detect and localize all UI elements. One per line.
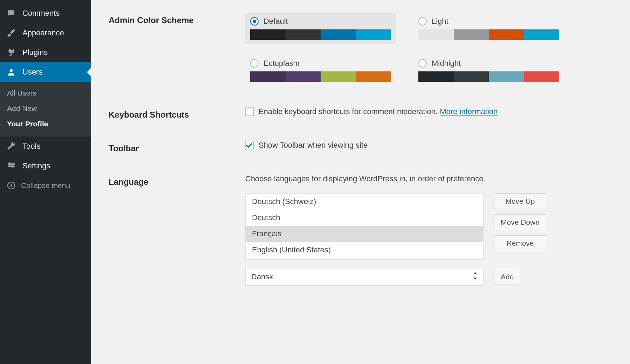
admin-sidebar: Comments Appearance Plugins Users All Us… bbox=[0, 0, 91, 364]
row-language: Language Choose languages for displaying… bbox=[109, 174, 612, 286]
svg-rect-4 bbox=[12, 165, 13, 168]
keyboard-shortcuts-checkbox[interactable] bbox=[245, 107, 254, 116]
sidebar-item-label: Users bbox=[22, 68, 42, 77]
swatch bbox=[356, 71, 391, 82]
sidebar-item-users[interactable]: Users bbox=[0, 62, 91, 82]
add-button[interactable]: Add bbox=[494, 269, 520, 285]
sidebar-item-settings[interactable]: Settings bbox=[0, 156, 91, 176]
radio-default[interactable] bbox=[250, 17, 259, 26]
wrench-icon bbox=[6, 141, 16, 151]
color-scheme-label: Admin Color Scheme bbox=[109, 13, 245, 25]
swatch bbox=[286, 29, 321, 40]
swatch bbox=[321, 71, 356, 82]
sidebar-item-tools[interactable]: Tools bbox=[0, 136, 91, 156]
sidebar-item-label: Plugins bbox=[22, 48, 48, 57]
swatch bbox=[250, 71, 286, 82]
swatch bbox=[418, 71, 454, 82]
row-color-scheme: Admin Color Scheme Default bbox=[109, 13, 612, 86]
comment-icon bbox=[6, 8, 16, 18]
more-information-link[interactable]: More information bbox=[440, 107, 498, 116]
sidebar-sub-all-users[interactable]: All Users bbox=[0, 85, 91, 101]
sidebar-item-label: Appearance bbox=[22, 28, 64, 37]
sidebar-item-label: Settings bbox=[22, 161, 50, 170]
collapse-icon bbox=[6, 181, 16, 190]
language-help-text: Choose languages for displaying WordPres… bbox=[245, 174, 612, 183]
swatches-midnight bbox=[418, 71, 559, 82]
sidebar-sub-your-profile[interactable]: Your Profile bbox=[0, 116, 91, 132]
language-select[interactable]: Dansk bbox=[245, 268, 484, 286]
swatch bbox=[524, 71, 560, 82]
svg-point-0 bbox=[10, 69, 13, 72]
language-listbox[interactable]: Deutsch (Schweiz) Deutsch Français Engli… bbox=[245, 193, 484, 260]
keyboard-shortcuts-desc: Enable keyboard shortcuts for comment mo… bbox=[259, 107, 440, 116]
swatch bbox=[489, 29, 524, 40]
color-scheme-default[interactable]: Default bbox=[245, 13, 396, 44]
swatch bbox=[454, 71, 489, 82]
move-up-button[interactable]: Move Up bbox=[494, 193, 546, 209]
toolbar-checkbox[interactable] bbox=[245, 141, 254, 149]
language-option-en-us[interactable]: English (United States) bbox=[246, 242, 483, 258]
collapse-label: Collapse menu bbox=[21, 181, 70, 190]
sidebar-submenu-users: All Users Add New Your Profile bbox=[0, 82, 91, 136]
swatch bbox=[321, 29, 356, 40]
language-option-de-ch[interactable]: Deutsch (Schweiz) bbox=[246, 194, 483, 210]
swatch bbox=[286, 71, 321, 82]
radio-light[interactable] bbox=[418, 17, 427, 26]
svg-rect-3 bbox=[9, 162, 11, 166]
color-schemes-grid: Default Light bbox=[245, 13, 612, 86]
swatches-light bbox=[418, 29, 559, 40]
user-icon bbox=[6, 67, 16, 77]
color-scheme-ectoplasm[interactable]: Ectoplasm bbox=[245, 55, 396, 86]
scheme-name: Light bbox=[432, 17, 448, 26]
select-arrows-icon bbox=[473, 272, 478, 282]
radio-midnight[interactable] bbox=[418, 59, 427, 68]
language-label: Language bbox=[109, 174, 245, 187]
swatches-ectoplasm bbox=[250, 71, 391, 82]
scheme-name: Midnight bbox=[432, 59, 461, 68]
swatch bbox=[356, 29, 391, 40]
swatch bbox=[524, 29, 560, 40]
sidebar-item-appearance[interactable]: Appearance bbox=[0, 23, 91, 43]
keyboard-shortcuts-text: Enable keyboard shortcuts for comment mo… bbox=[259, 107, 498, 116]
svg-rect-2 bbox=[8, 166, 15, 167]
svg-rect-1 bbox=[8, 163, 15, 164]
row-keyboard-shortcuts: Keyboard Shortcuts Enable keyboard short… bbox=[109, 107, 612, 120]
sidebar-item-plugins[interactable]: Plugins bbox=[0, 43, 91, 62]
language-select-value: Dansk bbox=[251, 272, 273, 281]
toolbar-label: Toolbar bbox=[109, 141, 245, 153]
brush-icon bbox=[6, 28, 16, 38]
color-scheme-light[interactable]: Light bbox=[413, 13, 564, 44]
row-toolbar: Toolbar Show Toolbar when viewing site bbox=[109, 141, 612, 153]
radio-ectoplasm[interactable] bbox=[250, 59, 259, 68]
sidebar-sub-add-new[interactable]: Add New bbox=[0, 101, 91, 116]
keyboard-label: Keyboard Shortcuts bbox=[109, 107, 245, 120]
profile-settings: Admin Color Scheme Default bbox=[91, 0, 630, 364]
swatch bbox=[250, 29, 286, 40]
sidebar-item-label: Tools bbox=[22, 142, 40, 151]
scheme-name: Default bbox=[263, 17, 288, 26]
settings-icon bbox=[6, 161, 16, 171]
plug-icon bbox=[6, 48, 16, 57]
swatch bbox=[418, 29, 454, 40]
scheme-name: Ectoplasm bbox=[263, 59, 300, 68]
sidebar-item-label: Comments bbox=[22, 9, 60, 18]
sidebar-collapse-button[interactable]: Collapse menu bbox=[0, 176, 91, 195]
remove-button[interactable]: Remove bbox=[494, 235, 546, 251]
sidebar-item-comments[interactable]: Comments bbox=[0, 4, 91, 23]
move-down-button[interactable]: Move Down bbox=[494, 214, 546, 230]
color-scheme-midnight[interactable]: Midnight bbox=[413, 55, 564, 86]
swatch bbox=[454, 29, 489, 40]
swatches-default bbox=[250, 29, 391, 40]
language-option-fr[interactable]: Français bbox=[246, 226, 483, 242]
toolbar-checkbox-text: Show Toolbar when viewing site bbox=[259, 141, 368, 150]
language-option-de[interactable]: Deutsch bbox=[246, 210, 483, 226]
swatch bbox=[489, 71, 524, 82]
